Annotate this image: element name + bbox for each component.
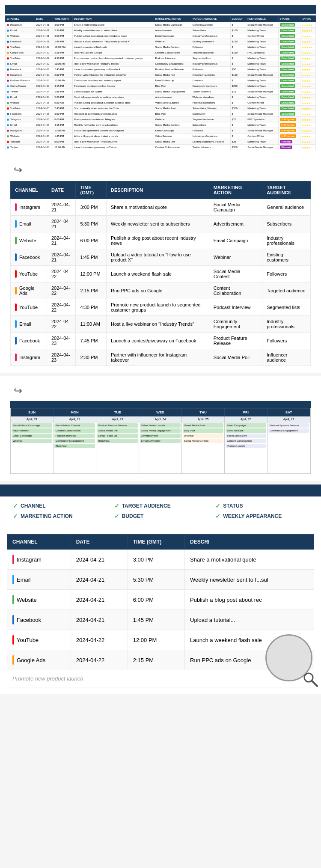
action-cell: Content Collaboration	[154, 145, 191, 150]
date-cell: 2024-04-22	[35, 61, 53, 67]
table-row: Podcast Platform 2024-04-23 10:00 AM Con…	[6, 78, 316, 83]
weekly-arrow: ↪	[14, 385, 22, 397]
date-cell: 2024-04-21	[35, 22, 53, 28]
audience-cell: Subscribers	[191, 28, 230, 33]
cal-item: Content Collaboration	[54, 428, 95, 433]
table-row: YouTube 2024-04-22 4:30 PM Promote new p…	[6, 56, 316, 61]
record-section: ↪ CHANNELDATETIME (GMT)DESCRIPTIONMARKET…	[0, 155, 321, 373]
rec-desc: Promote new product launch to segmented …	[106, 299, 209, 316]
col-header-description: DESCRIPTION	[72, 16, 154, 22]
zoom-channel: Instagram	[7, 550, 71, 570]
feature-item: ✓CHANNEL	[13, 502, 106, 509]
desc-cell: Monthly newsletter sent to subscribers	[72, 122, 154, 128]
action-cell: Blog Post	[154, 111, 191, 117]
rec-channel: Facebook	[11, 249, 47, 266]
audience-cell: Segmented lists	[191, 56, 230, 61]
rec-channel: Facebook	[11, 333, 47, 349]
record-row: YouTube 2024-04-22 4:30 PM Promote new p…	[11, 299, 311, 316]
table-row: Telegram 2024-04-25 8:00 PM Run sponsore…	[6, 117, 316, 122]
zoom-date: 2024-04-21	[71, 610, 128, 630]
rating-cell: ★★★★☆	[300, 95, 315, 100]
feature-label: WEEKLY APPEARANCE	[223, 513, 282, 519]
rating-cell: ★★★★☆	[300, 72, 315, 78]
rating-cell: ★★★★☆	[300, 134, 315, 139]
desc-cell: Publish a blog post about customer succe…	[72, 100, 154, 106]
rec-action: Content Collaboration	[209, 282, 262, 299]
rating-cell: ★★★★☆	[300, 33, 315, 39]
day-content: Product Feature ReleaseSocial Media Poll…	[96, 422, 139, 474]
zoom-partial: Promote new product launch	[7, 670, 314, 687]
rec-desc: Run PPC ads on Google	[106, 282, 209, 299]
col-header-responsible: RESPONSIBLE	[246, 16, 278, 22]
rating-cell: ★★★★☆	[300, 39, 315, 45]
rating-cell: ★★★★★	[300, 45, 315, 50]
status-cell: In Progress	[278, 134, 300, 139]
status-cell: Completed	[278, 33, 300, 39]
day-content: Podcast Episode ReleaseCommunity Engagem…	[268, 422, 310, 474]
status-cell: Completed	[278, 111, 300, 117]
rec-date: 2024-04-22	[47, 316, 76, 333]
day-content: Social Media CampaignAdvertisementEmail …	[11, 422, 54, 474]
rec-action: Product Feature Release	[209, 333, 262, 349]
rec-action: Social Media Campaign	[209, 199, 262, 216]
date-cell: 2024-04-25	[35, 100, 53, 106]
table-row: Instagram 2024-04-23 2:30 PM Partner wit…	[6, 72, 316, 78]
audience-cell: General audience	[191, 22, 230, 28]
responsible-cell: Content Writer	[246, 134, 278, 139]
rating-cell: ★★★★☆	[300, 128, 315, 134]
rec-channel: Email	[11, 316, 47, 333]
zoom-col-channel: CHANNEL	[7, 535, 71, 550]
action-cell: Blog Post	[154, 83, 191, 89]
desc-cell: Share user-generated content on Instagra…	[72, 128, 154, 134]
zoom-date: 2024-04-21	[71, 570, 128, 590]
zoom-time: 1:45 PM	[128, 610, 184, 630]
status-cell: In Progress	[278, 122, 300, 128]
cal-item: Email Campaign	[226, 423, 266, 428]
audience-cell: Community members	[191, 83, 230, 89]
responsible-cell: Marketing Team	[246, 83, 278, 89]
zoom-desc: Weekly newsletter sent to f...sul	[185, 570, 314, 590]
spreadsheet-section: CHANNELDATETIME (GMT)DESCRIPTIONMARKETIN…	[0, 0, 321, 155]
budget-cell: $	[230, 100, 246, 106]
budget-cell: $15	[230, 89, 246, 95]
record-row: Instagram 2024-04-21 3:00 PM Share a mot…	[11, 199, 311, 216]
feature-item: ✓TARGET AUDIENCE	[114, 502, 207, 509]
action-cell: Social Media Live	[154, 139, 191, 145]
rating-cell: ★★★★☆	[300, 61, 315, 67]
rec-action: Advertisement	[209, 216, 262, 232]
channel-cell: Google Ads	[6, 50, 35, 56]
date-cell: 2024-04-21	[35, 39, 53, 45]
zoom-time: 3:00 PM	[128, 550, 184, 570]
status-cell: Completed	[278, 50, 300, 56]
status-cell: Completed	[278, 67, 300, 72]
record-table: CHANNELDATETIME (GMT)DESCRIPTIONMARKETIN…	[10, 181, 311, 366]
desc-cell: Run PPC ads on Google	[72, 50, 154, 56]
time-cell: 2:15 PM	[53, 50, 73, 56]
table-row: Twitter 2024-04-26 11:00 AM Launch a con…	[6, 145, 316, 150]
zoom-row: Instagram 2024-04-21 3:00 PM Share a mot…	[7, 550, 314, 570]
date-cell: 2024-04-25	[35, 117, 53, 122]
zoom-date: 2024-04-21	[71, 550, 128, 570]
responsible-cell: Marketing Team	[246, 139, 278, 145]
channel-cell: Website	[6, 100, 35, 106]
table-row: Online Forum 2024-04-23 4:15 PM Particip…	[6, 83, 316, 89]
cal-item: Community Engagement	[54, 439, 95, 443]
desc-cell: Launch a contest/giveaway on Twitter	[72, 145, 154, 150]
desc-cell: Conduct a poll on Twitter	[72, 89, 154, 95]
action-cell: Social Media Campaign	[154, 22, 191, 28]
time-cell: 10:00 AM	[53, 78, 73, 83]
rec-audience: Subscribers	[262, 216, 311, 232]
status-cell: Planned	[278, 145, 300, 150]
rec-channel: YouTube	[11, 266, 47, 282]
action-cell: Email Campaign	[154, 128, 191, 134]
budget-cell: $	[230, 122, 246, 128]
rec-time: 5:30 PM	[76, 216, 107, 232]
rec-date: 2024-04-21	[47, 249, 76, 266]
day-date: April, 27	[268, 416, 310, 422]
zoom-channel: Facebook	[7, 610, 71, 630]
zoom-desc: Share a motivational quote	[185, 550, 314, 570]
day-header-thu: THU	[182, 408, 225, 416]
cal-item: Social Media Campaign	[12, 423, 52, 428]
date-cell: 2024-04-23	[35, 67, 53, 72]
audience-cell: Influencer audience	[191, 72, 230, 78]
